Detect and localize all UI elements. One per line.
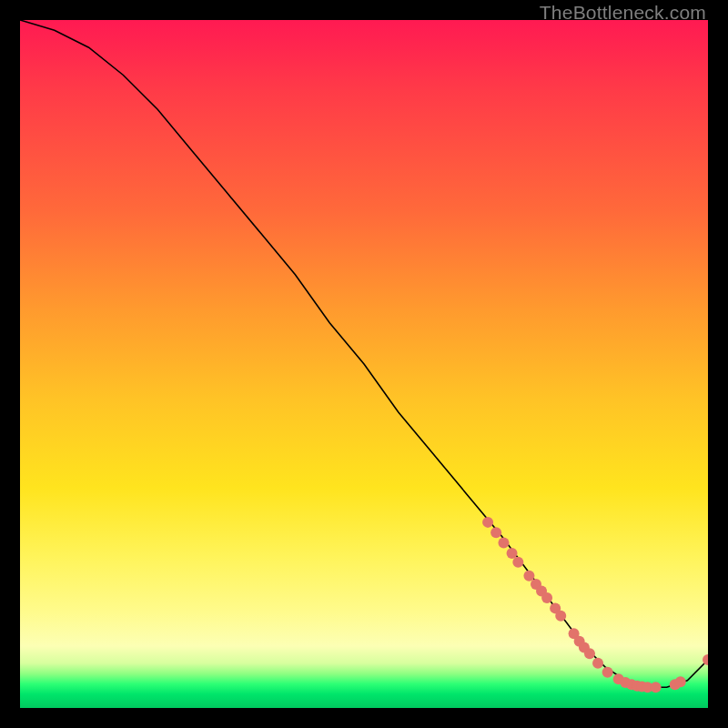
- marker-dot: [602, 667, 613, 678]
- chart-stage: TheBottleneck.com: [0, 0, 728, 728]
- attribution-text: TheBottleneck.com: [540, 2, 706, 24]
- marker-dot: [675, 676, 686, 687]
- marker-dot: [592, 658, 603, 669]
- marker-dot: [490, 527, 501, 538]
- marker-dot: [498, 538, 509, 549]
- bottleneck-curve: [20, 20, 708, 687]
- curve-line: [20, 20, 708, 687]
- marker-dot: [482, 517, 493, 528]
- plot-area: [20, 20, 708, 708]
- curve-layer: [20, 20, 708, 708]
- marker-dot: [512, 557, 523, 568]
- marker-dot: [555, 611, 566, 622]
- marker-dot: [651, 682, 662, 693]
- marker-dot: [507, 548, 518, 559]
- marker-dot: [584, 648, 595, 659]
- marker-dot: [541, 592, 552, 603]
- curve-markers: [482, 517, 708, 693]
